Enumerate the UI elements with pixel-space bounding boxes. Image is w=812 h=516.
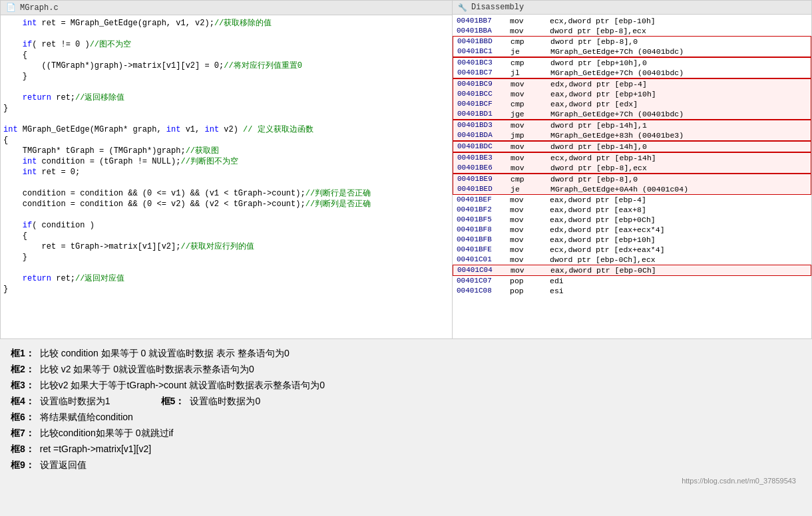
disasm-addr: 00401C08	[457, 286, 510, 296]
disasm-opcode: mov	[510, 153, 550, 163]
annotation-text: 设置返回值	[40, 457, 87, 472]
disasm-row: 00401BE6movdword ptr [ebp-8],ecx	[453, 163, 811, 174]
disasm-opcode: mov	[510, 16, 550, 26]
disasm-opcode: pop	[510, 286, 550, 296]
annotation-text: 比较condition如果等于 0就跳过if	[40, 426, 174, 440]
disasm-args: eax,dword ptr [eax+8]	[550, 205, 807, 215]
code-line	[1, 114, 452, 124]
disasm-addr: 00401BE9	[457, 174, 510, 184]
disasm-row: 00401BBDcmpdword ptr [ebp-8],0	[453, 36, 811, 47]
disasm-row: 00401BF8movedx,dword ptr [eax+ecx*4]	[453, 225, 811, 235]
annotation-text: 设置临时数据为1	[40, 394, 110, 408]
disasm-row: 00401BE9cmpdword ptr [ebp-8],0	[453, 174, 811, 184]
disasm-opcode: mov	[510, 245, 550, 255]
disasm-args: dword ptr [ebp-14h],1	[550, 120, 807, 130]
disasm-opcode: mov	[510, 163, 550, 173]
disasm-opcode: mov	[510, 265, 550, 275]
disasm-args: eax,dword ptr [ebp-4]	[550, 195, 807, 205]
disasm-args: dword ptr [ebp-14h],0	[550, 142, 807, 152]
disasm-row: 00401BD1jgeMGraph_GetEdge+7Ch (00401bdc)	[453, 109, 811, 120]
annotation-label: 框2：	[11, 362, 35, 376]
disasm-row: 00401BCFcmpeax,dword ptr [edx]	[453, 99, 811, 109]
disasm-addr: 00401BBD	[457, 37, 510, 47]
code-line: {	[1, 50, 452, 61]
code-content[interactable]: int ret = MGraph_GetEdge(graph, v1, v2);…	[1, 15, 452, 338]
code-line: int condition = (tGraph != NULL);//判断图不为…	[1, 156, 452, 167]
disasm-icon: 🔧	[458, 3, 467, 12]
disasm-args: MGraph_GetEdge+7Ch (00401bdc)	[550, 109, 807, 119]
code-panel: 📄 MGraph.c int ret = MGraph_GetEdge(grap…	[0, 0, 453, 339]
disasm-row: 00401BEDjeMGraph_GetEdge+0A4h (00401c04)	[453, 184, 811, 195]
annotation-line: 框4：设置临时数据为1框5：设置临时数据为0	[11, 394, 801, 408]
disasm-addr: 00401BF5	[457, 215, 510, 225]
annotation-text2: 设置临时数据为0	[190, 394, 260, 408]
disasm-addr: 00401C01	[457, 255, 510, 265]
disasm-addr: 00401C04	[457, 265, 510, 275]
code-line: int MGraph_GetEdge(MGraph* graph, int v1…	[1, 124, 452, 135]
code-line: condition = condition && (0 <= v1) && (v…	[1, 188, 452, 199]
disasm-addr: 00401BFE	[457, 245, 510, 255]
disasm-addr: 00401BCC	[457, 89, 510, 99]
annotation-label: 框1：	[11, 346, 35, 360]
code-line: return ret;//返回对应值	[1, 273, 452, 284]
watermark: https://blog.csdn.net/m0_37859543	[11, 473, 801, 488]
disasm-row: 00401BBAmovdword ptr [ebp-8],ecx	[453, 26, 811, 36]
code-line	[1, 263, 452, 273]
disasm-opcode: mov	[510, 26, 550, 36]
disasm-addr: 00401BC7	[457, 68, 510, 78]
disasm-row: 00401BC9movedx,dword ptr [ebp-4]	[453, 78, 811, 89]
disasm-content[interactable]: 00401BB7movecx,dword ptr [ebp-10h]00401B…	[453, 15, 811, 338]
annotation-label: 框7：	[11, 426, 35, 440]
disasm-opcode: mov	[510, 89, 550, 99]
disasm-row: 00401BC7jlMGraph_GetEdge+7Ch (00401bdc)	[453, 68, 811, 78]
disasm-row: 00401BF2moveax,dword ptr [eax+8]	[453, 205, 811, 215]
disasm-args: eax,dword ptr [edx]	[550, 99, 807, 109]
disasm-row: 00401BEFmoveax,dword ptr [ebp-4]	[453, 195, 811, 205]
disasm-opcode: mov	[510, 255, 550, 265]
code-panel-title: 📄 MGraph.c	[1, 1, 452, 15]
annotation-text: 比较v2 如果大于等于tGraph->count 就设置临时数据表示整条语句为0	[40, 378, 325, 392]
disasm-addr: 00401BF8	[457, 225, 510, 235]
code-line: TMGraph* tGraph = (TMGraph*)graph;//获取图	[1, 146, 452, 156]
code-line: int ret = 0;	[1, 167, 452, 178]
code-line: return ret;//返回移除值	[1, 92, 452, 103]
disasm-addr: 00401BE6	[457, 163, 510, 173]
disasm-panel-title: 🔧 Disassembly	[453, 1, 811, 15]
disasm-args: esi	[550, 286, 807, 296]
code-line	[1, 178, 452, 188]
code-line: }	[1, 284, 452, 295]
disasm-opcode: mov	[510, 79, 550, 89]
annotation-text: 比较 v2 如果等于 0就设置临时数据表示整条语句为0	[40, 362, 254, 376]
disasm-opcode: mov	[510, 235, 550, 245]
disasm-addr: 00401BC1	[457, 47, 510, 57]
annotation-line: 框6：将结果赋值给condition	[11, 410, 801, 424]
top-panels: 📄 MGraph.c int ret = MGraph_GetEdge(grap…	[0, 0, 812, 339]
disasm-opcode: mov	[510, 225, 550, 235]
disasm-addr: 00401BE3	[457, 153, 510, 163]
disasm-addr: 00401BBA	[457, 26, 510, 36]
file-icon: 📄	[6, 3, 16, 13]
disasm-addr: 00401BC3	[457, 58, 510, 68]
disasm-args: edi	[550, 276, 807, 286]
annotation-label: 框9：	[11, 457, 35, 472]
disasm-row: 00401BFBmoveax,dword ptr [ebp+10h]	[453, 235, 811, 245]
code-line: {	[1, 231, 452, 241]
disasm-args: dword ptr [ebp-8],0	[550, 37, 807, 47]
disasm-row: 00401BDCmovdword ptr [ebp-14h],0	[453, 141, 811, 152]
disasm-row: 00401C01movdword ptr [ebp-0Ch],ecx	[453, 255, 811, 265]
code-line: ((TMGraph*)graph)->matrix[v1][v2] = 0;//…	[1, 61, 452, 71]
disasm-args: edx,dword ptr [eax+ecx*4]	[550, 225, 807, 235]
disasm-addr: 00401BFB	[457, 235, 510, 245]
annotation-label: 框3：	[11, 378, 35, 392]
code-line	[1, 82, 452, 92]
disasm-opcode: mov	[510, 142, 550, 152]
disasm-opcode: jmp	[510, 130, 550, 140]
disasm-args: dword ptr [ebp-8],ecx	[550, 26, 807, 36]
disasm-addr: 00401BDC	[457, 142, 510, 152]
disasm-row: 00401C08popesi	[453, 286, 811, 296]
disasm-addr: 00401BB7	[457, 16, 510, 26]
disasm-opcode: cmp	[510, 58, 550, 68]
disasm-opcode: jl	[510, 68, 550, 78]
disasm-opcode: jge	[510, 109, 550, 119]
disasm-addr: 00401C07	[457, 276, 510, 286]
